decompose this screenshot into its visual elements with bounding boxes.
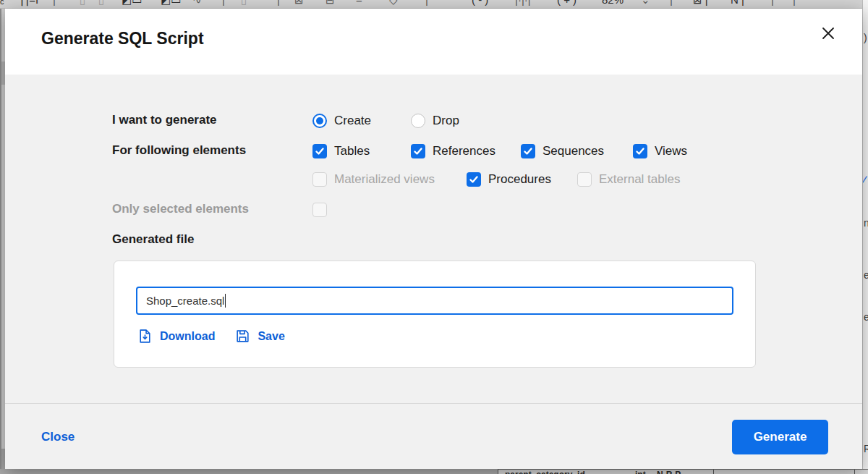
checkbox-views[interactable]: Views <box>633 143 687 160</box>
checkbox-checked-icon <box>411 144 425 158</box>
generate-sql-script-dialog: Generate SQL Script I want to generate C… <box>5 9 862 469</box>
file-actions: Download Save <box>137 329 285 344</box>
background-bottom-strip: parent_category_id int N-R-P <box>0 469 868 474</box>
checkbox-materialized-views: Materialized views <box>312 171 435 188</box>
close-button[interactable]: Close <box>41 430 75 444</box>
checkbox-checked-icon <box>633 144 647 158</box>
screen: ∏=Ι | ▯ ▯ ◩▭ ◩▭ ∿ | ▯ | ⊠ ⊟ = ◇ | ( - ) … <box>0 0 868 474</box>
checkbox-unchecked-icon <box>577 172 592 187</box>
toolbar-icon-fragment: | <box>53 0 56 7</box>
checkbox-checked-icon <box>521 144 535 158</box>
toolbar-icon-fragment: ▯ <box>98 0 104 7</box>
radio-drop[interactable]: Drop <box>411 112 459 130</box>
close-x-glyph <box>818 23 838 43</box>
right-edge-char: e <box>864 311 868 323</box>
background-left-char: c <box>0 0 4 6</box>
checkbox-only-selected <box>312 201 327 219</box>
toolbar-icon-fragment: | <box>771 0 774 7</box>
toolbar-icon-fragment: | <box>793 0 796 7</box>
checkbox-references[interactable]: References <box>411 143 495 160</box>
zoom-slider-fragment: |·|·| <box>515 0 531 7</box>
toolbar-icon-fragment: ◇ <box>389 0 398 7</box>
download-file-icon <box>137 329 153 344</box>
zoom-in-button-fragment: ( + ) <box>557 0 576 7</box>
checkbox-references-label: References <box>433 144 495 158</box>
toolbar-icon-fragment: ∏=Ι <box>20 0 38 7</box>
toolbar-icon-fragment: ⊟ <box>326 0 335 7</box>
checkbox-materialized-views-label: Materialized views <box>334 172 435 187</box>
chevron-down-icon: ⌄ <box>641 0 650 7</box>
generate-mode-row: I want to generate Create Drop <box>5 112 862 130</box>
toolbar-icon-fragment: | <box>425 0 428 7</box>
background-table-row: parent_category_id int N-R-P <box>498 469 868 474</box>
toolbar-icon-fragment: ⊠ | <box>693 0 708 7</box>
text-caret <box>225 294 226 308</box>
checkbox-checked-icon <box>312 144 327 158</box>
download-label: Download <box>160 330 215 343</box>
background-right-edge: ) ∕ n e e R <box>862 0 868 474</box>
toolbar-icon-fragment: ◩▭ <box>161 0 181 7</box>
toolbar-icon-fragment: ◩▭ <box>122 0 142 7</box>
dialog-title: Generate SQL Script <box>41 29 204 48</box>
dialog-footer: Close Generate <box>5 404 862 469</box>
generated-file-row: Generated file <box>5 232 862 249</box>
elements-row-1: For following elements Tables References… <box>5 143 862 160</box>
checkbox-unchecked-icon <box>312 172 327 187</box>
right-edge-char: n <box>864 217 868 229</box>
table-cell-flags: N-R-P <box>657 470 681 474</box>
only-selected-row: Only selected elements <box>5 201 862 219</box>
filename-value: Shop_create.sql <box>146 295 224 307</box>
toolbar-icon-fragment: ∿ <box>192 0 202 7</box>
right-edge-blue-mark: ∕ <box>864 174 865 185</box>
toolbar-icon-fragment: = <box>356 0 362 7</box>
radio-selected-icon <box>312 114 327 128</box>
radio-unselected-icon <box>411 114 425 128</box>
download-button[interactable]: Download <box>137 329 215 344</box>
checkbox-external-tables: External tables <box>577 171 680 188</box>
elements-label: For following elements <box>112 143 246 158</box>
checkbox-views-label: Views <box>655 144 687 158</box>
toolbar-icon-fragment: N | <box>731 0 744 7</box>
toolbar-icon-fragment: ▯ <box>80 0 85 7</box>
toolbar-icon-fragment: ⊠ <box>294 0 304 7</box>
checkbox-unchecked-icon <box>312 203 327 217</box>
save-floppy-icon <box>235 329 250 344</box>
right-edge-char: e <box>864 269 868 281</box>
generated-file-panel: Shop_create.sql Download <box>114 261 756 368</box>
radio-create[interactable]: Create <box>312 112 371 130</box>
right-edge-char: R <box>864 443 868 454</box>
checkbox-sequences[interactable]: Sequences <box>521 143 604 160</box>
elements-row-2: Materialized views Procedures External t… <box>5 171 862 188</box>
toolbar-icon-fragment: | <box>222 0 225 7</box>
only-selected-label: Only selected elements <box>112 202 249 216</box>
toolbar-icon-fragment: ▯ <box>241 0 247 7</box>
toolbar-icon-fragment: | <box>670 0 673 7</box>
checkbox-tables-label: Tables <box>334 144 370 158</box>
checkbox-tables[interactable]: Tables <box>312 143 370 160</box>
checkbox-procedures[interactable]: Procedures <box>467 171 551 188</box>
right-edge-char: ) <box>864 32 867 43</box>
table-cell-type: int <box>635 470 646 474</box>
zoom-level-value: 82% <box>602 0 624 7</box>
save-label: Save <box>258 330 284 343</box>
checkbox-external-tables-label: External tables <box>599 172 680 187</box>
close-icon[interactable] <box>814 19 843 48</box>
table-grid-line <box>713 470 714 474</box>
checkbox-procedures-label: Procedures <box>488 172 551 187</box>
toolbar-icon-fragment: | <box>277 0 280 7</box>
checkbox-checked-icon <box>467 172 481 187</box>
generate-button[interactable]: Generate <box>732 420 828 454</box>
table-grid-line <box>854 470 855 474</box>
background-toolbar-strip: ∏=Ι | ▯ ▯ ◩▭ ◩▭ ∿ | ▯ | ⊠ ⊟ = ◇ | ( - ) … <box>0 0 868 9</box>
generate-mode-label: I want to generate <box>112 113 217 127</box>
radio-drop-label: Drop <box>433 114 459 128</box>
generated-file-label: Generated file <box>112 232 194 247</box>
checkbox-sequences-label: Sequences <box>542 144 604 158</box>
dialog-header: Generate SQL Script <box>5 9 862 75</box>
table-cell-column-name: parent_category_id <box>505 470 585 474</box>
zoom-out-button-fragment: ( - ) <box>472 0 488 7</box>
background-left-scrollbar <box>0 9 5 474</box>
radio-create-label: Create <box>334 114 371 128</box>
filename-input[interactable]: Shop_create.sql <box>136 287 733 315</box>
save-button[interactable]: Save <box>235 329 284 344</box>
